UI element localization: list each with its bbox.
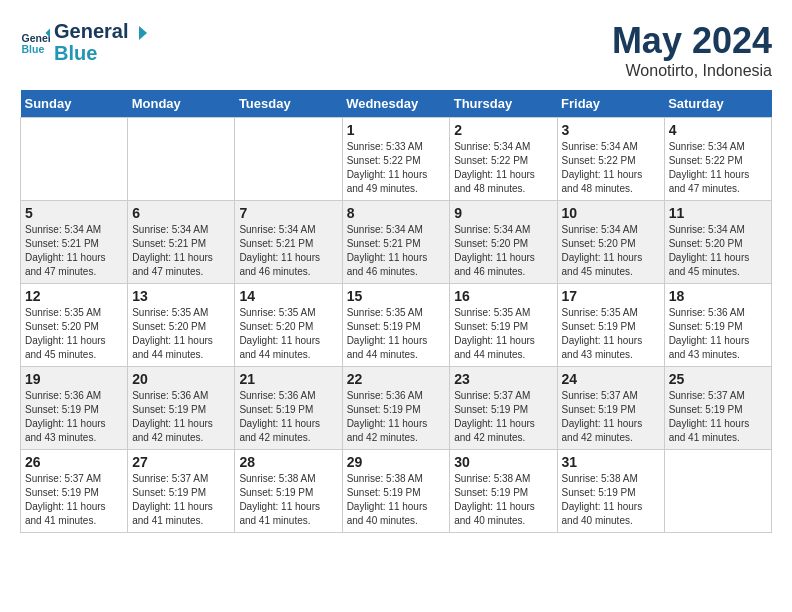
location: Wonotirto, Indonesia (612, 62, 772, 80)
calendar-week-row: 1Sunrise: 5:33 AM Sunset: 5:22 PM Daylig… (21, 118, 772, 201)
day-number: 7 (239, 205, 337, 221)
calendar-header-row: Sunday Monday Tuesday Wednesday Thursday… (21, 90, 772, 118)
day-info: Sunrise: 5:34 AM Sunset: 5:20 PM Dayligh… (669, 223, 767, 279)
table-row: 17Sunrise: 5:35 AM Sunset: 5:19 PM Dayli… (557, 284, 664, 367)
table-row: 28Sunrise: 5:38 AM Sunset: 5:19 PM Dayli… (235, 450, 342, 533)
day-number: 23 (454, 371, 552, 387)
table-row: 8Sunrise: 5:34 AM Sunset: 5:21 PM Daylig… (342, 201, 450, 284)
day-number: 28 (239, 454, 337, 470)
calendar-week-row: 5Sunrise: 5:34 AM Sunset: 5:21 PM Daylig… (21, 201, 772, 284)
day-number: 14 (239, 288, 337, 304)
header-friday: Friday (557, 90, 664, 118)
day-info: Sunrise: 5:35 AM Sunset: 5:19 PM Dayligh… (347, 306, 446, 362)
day-info: Sunrise: 5:36 AM Sunset: 5:19 PM Dayligh… (25, 389, 123, 445)
table-row: 15Sunrise: 5:35 AM Sunset: 5:19 PM Dayli… (342, 284, 450, 367)
day-info: Sunrise: 5:34 AM Sunset: 5:20 PM Dayligh… (454, 223, 552, 279)
table-row (128, 118, 235, 201)
month-title: May 2024 (612, 20, 772, 62)
calendar-table: Sunday Monday Tuesday Wednesday Thursday… (20, 90, 772, 533)
day-info: Sunrise: 5:35 AM Sunset: 5:19 PM Dayligh… (454, 306, 552, 362)
header-monday: Monday (128, 90, 235, 118)
day-info: Sunrise: 5:34 AM Sunset: 5:21 PM Dayligh… (347, 223, 446, 279)
day-number: 19 (25, 371, 123, 387)
table-row: 7Sunrise: 5:34 AM Sunset: 5:21 PM Daylig… (235, 201, 342, 284)
header-tuesday: Tuesday (235, 90, 342, 118)
table-row: 6Sunrise: 5:34 AM Sunset: 5:21 PM Daylig… (128, 201, 235, 284)
calendar-week-row: 19Sunrise: 5:36 AM Sunset: 5:19 PM Dayli… (21, 367, 772, 450)
table-row: 13Sunrise: 5:35 AM Sunset: 5:20 PM Dayli… (128, 284, 235, 367)
day-number: 10 (562, 205, 660, 221)
day-info: Sunrise: 5:36 AM Sunset: 5:19 PM Dayligh… (132, 389, 230, 445)
table-row: 31Sunrise: 5:38 AM Sunset: 5:19 PM Dayli… (557, 450, 664, 533)
day-info: Sunrise: 5:38 AM Sunset: 5:19 PM Dayligh… (347, 472, 446, 528)
table-row: 10Sunrise: 5:34 AM Sunset: 5:20 PM Dayli… (557, 201, 664, 284)
day-info: Sunrise: 5:37 AM Sunset: 5:19 PM Dayligh… (669, 389, 767, 445)
day-number: 8 (347, 205, 446, 221)
logo-arrow-icon (129, 24, 147, 42)
day-info: Sunrise: 5:37 AM Sunset: 5:19 PM Dayligh… (132, 472, 230, 528)
svg-marker-3 (139, 26, 147, 40)
header-wednesday: Wednesday (342, 90, 450, 118)
table-row: 9Sunrise: 5:34 AM Sunset: 5:20 PM Daylig… (450, 201, 557, 284)
day-info: Sunrise: 5:35 AM Sunset: 5:20 PM Dayligh… (25, 306, 123, 362)
table-row (21, 118, 128, 201)
day-info: Sunrise: 5:36 AM Sunset: 5:19 PM Dayligh… (347, 389, 446, 445)
day-info: Sunrise: 5:34 AM Sunset: 5:21 PM Dayligh… (25, 223, 123, 279)
day-number: 26 (25, 454, 123, 470)
day-info: Sunrise: 5:36 AM Sunset: 5:19 PM Dayligh… (239, 389, 337, 445)
table-row: 2Sunrise: 5:34 AM Sunset: 5:22 PM Daylig… (450, 118, 557, 201)
table-row: 11Sunrise: 5:34 AM Sunset: 5:20 PM Dayli… (664, 201, 771, 284)
logo-blue: Blue (54, 42, 148, 64)
table-row: 21Sunrise: 5:36 AM Sunset: 5:19 PM Dayli… (235, 367, 342, 450)
day-number: 2 (454, 122, 552, 138)
day-info: Sunrise: 5:35 AM Sunset: 5:20 PM Dayligh… (132, 306, 230, 362)
day-info: Sunrise: 5:34 AM Sunset: 5:21 PM Dayligh… (239, 223, 337, 279)
day-number: 6 (132, 205, 230, 221)
page-header: General Blue General Blue May 2024 Wonot… (20, 20, 772, 80)
day-info: Sunrise: 5:34 AM Sunset: 5:22 PM Dayligh… (454, 140, 552, 196)
calendar-week-row: 26Sunrise: 5:37 AM Sunset: 5:19 PM Dayli… (21, 450, 772, 533)
header-sunday: Sunday (21, 90, 128, 118)
day-number: 1 (347, 122, 446, 138)
day-info: Sunrise: 5:35 AM Sunset: 5:19 PM Dayligh… (562, 306, 660, 362)
day-number: 18 (669, 288, 767, 304)
day-number: 5 (25, 205, 123, 221)
table-row: 5Sunrise: 5:34 AM Sunset: 5:21 PM Daylig… (21, 201, 128, 284)
table-row: 4Sunrise: 5:34 AM Sunset: 5:22 PM Daylig… (664, 118, 771, 201)
table-row: 19Sunrise: 5:36 AM Sunset: 5:19 PM Dayli… (21, 367, 128, 450)
day-number: 30 (454, 454, 552, 470)
table-row (664, 450, 771, 533)
day-info: Sunrise: 5:38 AM Sunset: 5:19 PM Dayligh… (239, 472, 337, 528)
table-row: 12Sunrise: 5:35 AM Sunset: 5:20 PM Dayli… (21, 284, 128, 367)
table-row: 29Sunrise: 5:38 AM Sunset: 5:19 PM Dayli… (342, 450, 450, 533)
logo-icon: General Blue (20, 27, 50, 57)
table-row: 3Sunrise: 5:34 AM Sunset: 5:22 PM Daylig… (557, 118, 664, 201)
table-row: 24Sunrise: 5:37 AM Sunset: 5:19 PM Dayli… (557, 367, 664, 450)
day-number: 9 (454, 205, 552, 221)
day-info: Sunrise: 5:37 AM Sunset: 5:19 PM Dayligh… (454, 389, 552, 445)
table-row: 23Sunrise: 5:37 AM Sunset: 5:19 PM Dayli… (450, 367, 557, 450)
table-row (235, 118, 342, 201)
day-info: Sunrise: 5:34 AM Sunset: 5:21 PM Dayligh… (132, 223, 230, 279)
day-info: Sunrise: 5:33 AM Sunset: 5:22 PM Dayligh… (347, 140, 446, 196)
table-row: 26Sunrise: 5:37 AM Sunset: 5:19 PM Dayli… (21, 450, 128, 533)
table-row: 25Sunrise: 5:37 AM Sunset: 5:19 PM Dayli… (664, 367, 771, 450)
svg-text:Blue: Blue (22, 43, 45, 55)
title-block: May 2024 Wonotirto, Indonesia (612, 20, 772, 80)
day-info: Sunrise: 5:34 AM Sunset: 5:20 PM Dayligh… (562, 223, 660, 279)
table-row: 16Sunrise: 5:35 AM Sunset: 5:19 PM Dayli… (450, 284, 557, 367)
day-number: 24 (562, 371, 660, 387)
day-info: Sunrise: 5:38 AM Sunset: 5:19 PM Dayligh… (562, 472, 660, 528)
day-number: 12 (25, 288, 123, 304)
day-number: 31 (562, 454, 660, 470)
day-number: 22 (347, 371, 446, 387)
calendar-week-row: 12Sunrise: 5:35 AM Sunset: 5:20 PM Dayli… (21, 284, 772, 367)
day-number: 13 (132, 288, 230, 304)
day-info: Sunrise: 5:36 AM Sunset: 5:19 PM Dayligh… (669, 306, 767, 362)
table-row: 20Sunrise: 5:36 AM Sunset: 5:19 PM Dayli… (128, 367, 235, 450)
day-info: Sunrise: 5:34 AM Sunset: 5:22 PM Dayligh… (669, 140, 767, 196)
table-row: 27Sunrise: 5:37 AM Sunset: 5:19 PM Dayli… (128, 450, 235, 533)
day-number: 20 (132, 371, 230, 387)
day-number: 17 (562, 288, 660, 304)
logo-text: General (54, 20, 148, 42)
